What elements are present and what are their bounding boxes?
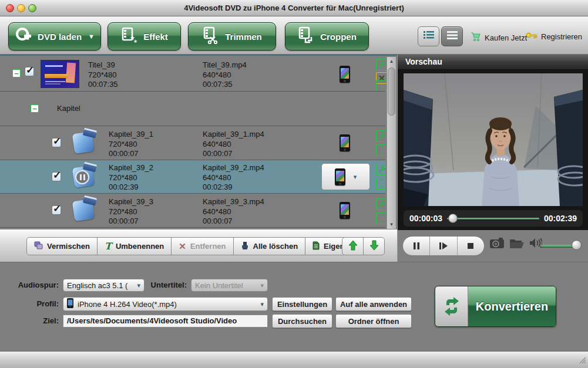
step-forward-icon: [439, 242, 448, 250]
source-name: Titel_39: [88, 60, 118, 70]
chevron-down-icon: ▼: [88, 33, 95, 40]
source-duration: 00:02:39: [109, 183, 153, 193]
move-up-down-icon[interactable]: ⌃⌄: [376, 178, 388, 190]
output-name: Kapitel_39_1.mp4: [203, 130, 264, 140]
chevron-down-icon: ▾: [260, 301, 264, 308]
transport-buttons: [402, 236, 485, 256]
browse-button[interactable]: Durchsuchen: [272, 314, 332, 328]
down-arrow-icon: [369, 240, 379, 253]
convert-button[interactable]: Konvertieren: [435, 286, 556, 327]
remove-button[interactable]: ✕ Entfernen: [171, 237, 233, 255]
seek-knob[interactable]: [448, 214, 458, 223]
table-row[interactable]: ✓ Kapitel_39_3 720*480 00:00:07 Kapitel_…: [0, 193, 385, 227]
buy-now-label: Kaufen Jetzt: [485, 33, 527, 42]
collapse-icon[interactable]: –: [12, 69, 21, 77]
settings-wrench-icon[interactable]: [376, 130, 388, 142]
move-up-down-icon[interactable]: ⌃⌄: [376, 80, 388, 92]
group-label: Kapitel: [57, 104, 80, 114]
register-button[interactable]: Registrieren: [526, 32, 582, 42]
convert-label: Konvertieren: [468, 286, 556, 326]
move-up-down-icon[interactable]: ⌃⌄: [376, 212, 388, 224]
resize-grip[interactable]: [578, 356, 586, 366]
view-thumbnail-list-button[interactable]: [418, 26, 439, 46]
settings-wrench-icon[interactable]: [376, 59, 388, 70]
open-snapshot-folder-button[interactable]: [509, 237, 525, 251]
effect-button[interactable]: ★★ Effekt: [107, 22, 181, 50]
snapshot-button[interactable]: [489, 237, 505, 251]
apply-all-button[interactable]: Auf alle anwenden: [335, 297, 412, 311]
output-duration: 00:00:07: [203, 217, 264, 227]
move-up-down-icon[interactable]: ⌃⌄: [376, 144, 388, 156]
collapse-icon[interactable]: –: [31, 104, 39, 113]
device-profile-icon: [67, 298, 73, 310]
video-frame: [404, 73, 583, 206]
chevron-down-icon: ▾: [354, 173, 357, 181]
row-checkbox[interactable]: ✓: [25, 67, 34, 76]
table-row-selected[interactable]: ✓ Kapitel_39_2 720*480 00:02:39 Kapitel_…: [0, 160, 385, 193]
load-dvd-button[interactable]: DVD laden ▼: [8, 22, 101, 50]
pause-badge-icon: [75, 170, 89, 184]
device-profile-icon: [335, 168, 345, 185]
shopping-cart-icon: [470, 32, 481, 43]
seek-track[interactable]: [447, 218, 539, 220]
stop-button[interactable]: [457, 237, 484, 255]
buy-now-button[interactable]: Kaufen Jetzt: [470, 32, 527, 43]
table-row-group[interactable]: – Kapitel: [0, 91, 385, 126]
video-clip-icon: [72, 129, 98, 156]
mute-button[interactable]: [529, 238, 542, 251]
profile-dropdown[interactable]: iPhone 4 H.264 Video(*.mp4) ▾: [63, 297, 268, 311]
profile-value: iPhone 4 H.264 Video(*.mp4): [78, 300, 258, 309]
settings-wrench-icon[interactable]: [376, 164, 388, 175]
output-name: Titel_39.mp4: [203, 60, 247, 70]
svg-text:★: ★: [133, 39, 137, 44]
merge-label: Vermischen: [47, 242, 90, 251]
output-duration: 00:00:07: [203, 149, 264, 159]
crop-label: Croppen: [320, 32, 357, 42]
simple-list-icon: [446, 29, 459, 43]
source-duration: 00:07:35: [88, 80, 118, 90]
scrollbar-thumb[interactable]: [388, 67, 395, 116]
source-duration: 00:00:07: [109, 217, 153, 227]
step-forward-button[interactable]: [429, 237, 456, 255]
merge-button[interactable]: Vermischen: [26, 237, 98, 255]
view-full-list-button[interactable]: [441, 26, 463, 46]
row-checkbox[interactable]: ✓: [52, 172, 61, 181]
pause-button[interactable]: [403, 237, 429, 255]
row-checkbox[interactable]: ✓: [52, 205, 61, 215]
seek-bar: 00:00:03 00:02:39: [404, 210, 583, 227]
destination-field[interactable]: /Users/tes/Documents/4Videosoft Studio/V…: [63, 315, 268, 328]
table-row[interactable]: – ✓ Titel_39 720*480 00:07:35 Titel_39.m…: [0, 57, 385, 91]
crop-button[interactable]: Croppen: [285, 22, 369, 50]
check-icon: ✓: [53, 169, 61, 181]
remove-label: Entfernen: [190, 242, 226, 251]
dvd-plus-icon: [15, 26, 32, 46]
scroll-up-icon[interactable]: ▲: [387, 57, 396, 66]
total-time: 00:02:39: [544, 214, 577, 223]
load-dvd-label: DVD laden: [38, 32, 82, 42]
move-down-button[interactable]: [363, 237, 385, 255]
device-profile-icon: [340, 66, 350, 83]
settings-button[interactable]: Einstellungen: [272, 297, 332, 311]
row-checkbox[interactable]: ✓: [52, 138, 61, 147]
clear-all-button[interactable]: Alle löschen: [233, 237, 306, 255]
source-resolution: 720*480: [109, 173, 153, 183]
move-up-button[interactable]: [342, 237, 364, 255]
device-profile-icon: [340, 134, 350, 151]
trim-button[interactable]: Trimmen: [188, 22, 276, 50]
scroll-down-icon[interactable]: ▼: [387, 220, 396, 229]
clear-all-label: Alle löschen: [253, 242, 298, 251]
settings-wrench-icon[interactable]: [376, 198, 388, 210]
list-scrollbar[interactable]: ▲ ▼: [387, 57, 396, 229]
table-row[interactable]: ✓ Kapitel_39_1 720*480 00:00:07 Kapitel_…: [0, 126, 385, 160]
seek-slider[interactable]: [447, 214, 539, 223]
stop-icon: [467, 242, 474, 249]
open-folder-button[interactable]: Ordner öffnen: [335, 314, 412, 328]
device-profile-dropdown[interactable]: ▾: [321, 163, 370, 190]
video-thumbnail: [41, 60, 79, 87]
trim-filmstrip-scissors-icon: [202, 26, 220, 46]
rename-button[interactable]: T Umbenennen: [97, 237, 172, 255]
volume-knob[interactable]: [572, 240, 582, 250]
check-icon: ✓: [53, 135, 61, 147]
up-arrow-icon: [348, 240, 358, 253]
subtitle-dropdown[interactable]: Kein Untertitel ▾: [191, 279, 268, 292]
